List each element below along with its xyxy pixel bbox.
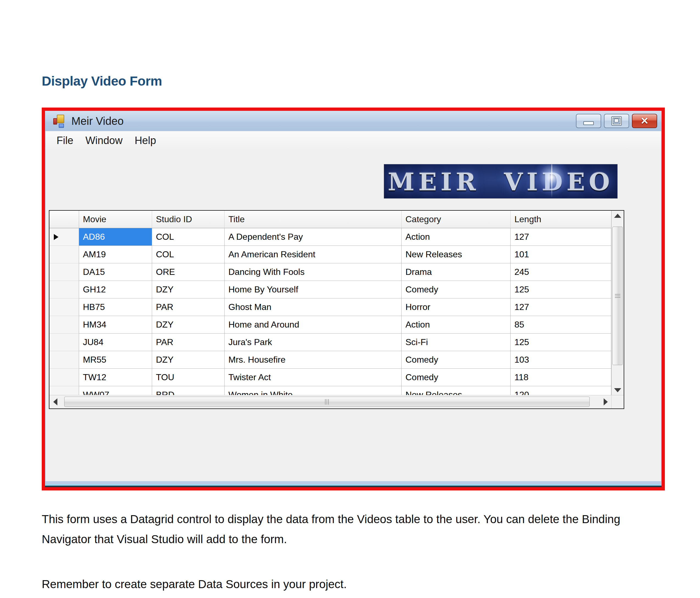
scroll-right-button[interactable] (600, 395, 611, 409)
window-title: Meir Video (71, 115, 124, 127)
cell-title[interactable]: Home By Yourself (225, 281, 402, 298)
cell-studio_id[interactable]: COL (152, 228, 225, 246)
cell-movie[interactable]: AD86 (79, 228, 152, 246)
app-icon-blue-block (59, 124, 64, 128)
cell-title[interactable]: Jura's Park (225, 334, 402, 351)
column-header-movie[interactable]: Movie (79, 211, 152, 228)
cell-title[interactable]: An American Resident (225, 246, 402, 263)
cell-movie[interactable]: DA15 (79, 263, 152, 281)
cell-category[interactable]: Comedy (402, 369, 510, 386)
cell-movie[interactable]: TW12 (79, 369, 152, 386)
horizontal-scrollbar[interactable] (49, 395, 624, 409)
cell-category[interactable]: New Releases (402, 246, 510, 263)
table-row: WW07BRDWomen in WhiteNew Releases120 (49, 386, 611, 395)
cell-title[interactable]: Twister Act (225, 369, 402, 386)
row-header-cell[interactable] (49, 386, 79, 395)
cell-studio_id[interactable]: ORE (152, 263, 225, 281)
cell-studio_id[interactable]: DZY (152, 351, 225, 369)
cell-length[interactable]: 125 (510, 281, 611, 298)
column-header-category[interactable]: Category (402, 211, 510, 228)
cell-studio_id[interactable]: DZY (152, 281, 225, 298)
row-header-cell[interactable] (49, 351, 79, 369)
cell-category[interactable]: Horror (402, 298, 510, 316)
vertical-scrollbar-track[interactable] (611, 220, 624, 385)
cell-length[interactable]: 103 (510, 351, 611, 369)
cell-title[interactable]: A Dependent's Pay (225, 228, 402, 246)
cell-category[interactable]: Action (402, 228, 510, 246)
cell-category[interactable]: Comedy (402, 281, 510, 298)
horizontal-scrollbar-track[interactable] (61, 395, 600, 409)
scroll-up-button[interactable] (611, 211, 624, 220)
window-titlebar[interactable]: Meir Video ✕ (45, 111, 661, 131)
column-header-length[interactable]: Length (510, 211, 611, 228)
cell-title[interactable]: Mrs. Housefire (225, 351, 402, 369)
cell-length[interactable]: 245 (510, 263, 611, 281)
cell-title[interactable]: Home and Around (225, 316, 402, 334)
cell-movie[interactable]: WW07 (79, 386, 152, 395)
table-row: TW12TOUTwister ActComedy118 (49, 369, 611, 386)
row-header-cell[interactable] (49, 228, 79, 246)
cell-category[interactable]: Comedy (402, 351, 510, 369)
videos-datagrid: MovieStudio IDTitleCategoryLength AD86CO… (49, 210, 624, 409)
cell-movie[interactable]: HB75 (79, 298, 152, 316)
table-row: AD86COLA Dependent's PayAction127 (49, 228, 611, 246)
cell-title[interactable]: Dancing With Fools (225, 263, 402, 281)
datagrid-main: MovieStudio IDTitleCategoryLength AD86CO… (49, 211, 624, 395)
row-header-cell[interactable] (49, 281, 79, 298)
cell-category[interactable]: Sci-Fi (402, 334, 510, 351)
logo-text: MEIR VIDEO (388, 166, 614, 196)
row-header-cell[interactable] (49, 263, 79, 281)
cell-category[interactable]: New Releases (402, 386, 510, 395)
cell-studio_id[interactable]: TOU (152, 369, 225, 386)
cell-title[interactable]: Women in White (225, 386, 402, 395)
app-icon-yellow-block (57, 115, 64, 123)
menu-item-window[interactable]: Window (79, 135, 128, 147)
maximize-button[interactable] (604, 114, 629, 128)
scroll-left-button[interactable] (49, 395, 61, 409)
cell-length[interactable]: 125 (510, 334, 611, 351)
cell-category[interactable]: Drama (402, 263, 510, 281)
menu-item-help[interactable]: Help (128, 135, 162, 147)
horizontal-scrollbar-thumb[interactable] (64, 397, 590, 407)
cell-length[interactable]: 127 (510, 228, 611, 246)
cell-length[interactable]: 118 (510, 369, 611, 386)
scrollbar-corner (611, 395, 624, 409)
cell-movie[interactable]: JU84 (79, 334, 152, 351)
cell-studio_id[interactable]: PAR (152, 298, 225, 316)
table-row: DA15OREDancing With FoolsDrama245 (49, 263, 611, 281)
cell-studio_id[interactable]: BRD (152, 386, 225, 395)
cell-length[interactable]: 101 (510, 246, 611, 263)
cell-studio_id[interactable]: COL (152, 246, 225, 263)
page-title: Display Video Form (42, 74, 162, 88)
cell-studio_id[interactable]: PAR (152, 334, 225, 351)
cell-studio_id[interactable]: DZY (152, 316, 225, 334)
cell-length[interactable]: 127 (510, 298, 611, 316)
body-paragraph-1: This form uses a Datagrid control to dis… (42, 509, 668, 549)
minimize-button[interactable] (576, 114, 601, 128)
cell-length[interactable]: 120 (510, 386, 611, 395)
meir-video-window: Meir Video ✕ FileWindowHelp MEIR VIDEO (45, 111, 661, 487)
row-header-cell[interactable] (49, 369, 79, 386)
close-button[interactable]: ✕ (632, 114, 657, 128)
row-header-cell[interactable] (49, 316, 79, 334)
column-header-title[interactable]: Title (225, 211, 402, 228)
row-header-cell[interactable] (49, 246, 79, 263)
scroll-down-button[interactable] (611, 385, 624, 395)
vertical-scrollbar[interactable] (611, 211, 624, 395)
vertical-scrollbar-thumb[interactable] (612, 227, 623, 365)
menu-item-file[interactable]: File (51, 135, 79, 147)
cell-title[interactable]: Ghost Man (225, 298, 402, 316)
column-header-studio_id[interactable]: Studio ID (152, 211, 225, 228)
cell-category[interactable]: Action (402, 316, 510, 334)
grid-header-row: MovieStudio IDTitleCategoryLength (49, 211, 611, 228)
cell-movie[interactable]: AM19 (79, 246, 152, 263)
cell-movie[interactable]: MR55 (79, 351, 152, 369)
form-client-area: MEIR VIDEO MovieStudio IDTitleCategoryLe… (46, 150, 661, 481)
cell-length[interactable]: 85 (510, 316, 611, 334)
row-header-cell[interactable] (49, 334, 79, 351)
cell-movie[interactable]: GH12 (79, 281, 152, 298)
row-header-cell[interactable] (49, 298, 79, 316)
arrow-up-icon (614, 214, 621, 218)
grid-corner-header-cell[interactable] (49, 211, 79, 228)
cell-movie[interactable]: HM34 (79, 316, 152, 334)
